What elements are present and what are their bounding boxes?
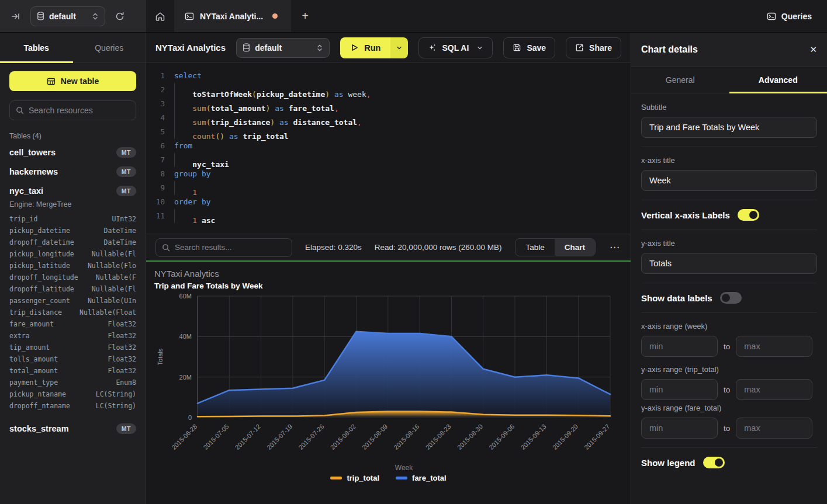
chart-title: NYTaxi Analytics: [154, 269, 622, 279]
sidebar-search[interactable]: [9, 100, 136, 120]
divider: [641, 447, 817, 448]
subtitle-label: Subtitle: [641, 103, 817, 112]
new-tab-button[interactable]: +: [291, 0, 319, 32]
line-number: 3: [146, 97, 174, 111]
legend-item-trip_total[interactable]: trip_total: [330, 474, 379, 482]
tab-advanced[interactable]: Advanced: [729, 67, 827, 93]
query-database-value: default: [255, 43, 312, 53]
column-item: dropoff_ntanameLC(String): [9, 400, 136, 412]
sql-ai-button[interactable]: SQL AI: [418, 37, 493, 58]
share-button[interactable]: Share: [566, 37, 621, 58]
tab-nytaxi-analytics[interactable]: NYTaxi Analyti...: [174, 0, 291, 32]
results-search-input[interactable]: [175, 243, 286, 252]
yaxis-range-fare-max-input[interactable]: [736, 418, 812, 439]
engine-badge: MT: [116, 166, 136, 177]
run-button[interactable]: Run: [340, 37, 390, 58]
divider: [641, 312, 817, 313]
column-name: pickup_latitude: [9, 260, 70, 272]
database-icon: [243, 43, 250, 52]
more-options-icon[interactable]: ⋯: [608, 241, 621, 253]
column-name: dropoff_longitude: [9, 272, 78, 283]
chevron-updown-icon: [92, 12, 99, 20]
code-text: count() as trip_total: [174, 125, 289, 139]
indent-guide: [174, 111, 192, 125]
indent-guide: [174, 209, 192, 223]
view-toggle-table[interactable]: Table: [515, 239, 554, 256]
view-toggle-chart[interactable]: Chart: [555, 239, 595, 256]
sidebar-search-input[interactable]: [29, 106, 130, 115]
xaxis-range-max-input[interactable]: [736, 336, 812, 357]
show-data-labels-toggle[interactable]: [720, 292, 742, 304]
table-item-hackernews[interactable]: hackernewsMT: [9, 162, 136, 181]
save-label: Save: [527, 43, 546, 53]
column-list: trip_idUInt32pickup_datetimeDateTimedrop…: [9, 213, 136, 412]
column-name: total_amount: [9, 365, 58, 377]
tab-general[interactable]: General: [631, 67, 729, 93]
query-header: NYTaxi Analytics default Run: [146, 33, 631, 63]
results-search[interactable]: [155, 238, 292, 257]
table-item-nyc_taxi[interactable]: nyc_taxiMT: [9, 181, 136, 200]
yaxis-title-input[interactable]: [641, 253, 817, 274]
sidebar: Tables Queries New table Tables (4): [0, 33, 146, 504]
engine-badge: MT: [116, 423, 136, 434]
column-type: Nullable(Fl: [92, 248, 136, 260]
database-selector[interactable]: default: [30, 6, 105, 26]
code-line: 10order by: [146, 195, 631, 209]
new-table-button[interactable]: New table: [9, 71, 136, 91]
line-number: 4: [146, 111, 174, 125]
xaxis-range-min-input[interactable]: [641, 336, 718, 357]
yaxis-range-trip-min-input[interactable]: [641, 379, 718, 400]
line-number: 11: [146, 209, 174, 223]
yaxis-range-trip-max-input[interactable]: [736, 379, 812, 400]
table-item-cell_towers[interactable]: cell_towersMT: [9, 142, 136, 162]
indent-guide: [174, 125, 192, 139]
table-engine-label: Engine: MergeTree: [9, 200, 136, 208]
legend-item-fare_total[interactable]: fare_total: [396, 474, 447, 482]
home-icon[interactable]: [146, 0, 174, 32]
legend-label: trip_total: [347, 474, 379, 482]
chart-panel: NYTaxi Analytics Trip and Fare Totals by…: [146, 262, 631, 504]
column-item: pickup_longitudeNullable(Fl: [9, 248, 136, 260]
code-line: 111 asc: [146, 209, 631, 223]
queries-button[interactable]: Queries: [752, 0, 827, 32]
divider: [641, 283, 817, 283]
run-button-label: Run: [364, 43, 380, 53]
svg-text:Totals: Totals: [157, 348, 164, 365]
table-item-stocks_stream[interactable]: stocks_streamMT: [9, 419, 136, 438]
sql-editor[interactable]: 1select2toStartOfWeek(pickup_datetime) a…: [146, 63, 631, 234]
indent-guide: [174, 181, 192, 195]
yaxis-range-fare-min-input[interactable]: [641, 418, 718, 439]
tables-section-label: Tables (4): [9, 132, 136, 140]
sidebar-tab-queries[interactable]: Queries: [73, 33, 146, 62]
query-database-selector[interactable]: default: [236, 38, 330, 58]
show-data-labels-label: Show data labels: [641, 293, 712, 303]
vertical-xaxis-labels-toggle[interactable]: [738, 209, 759, 221]
column-item: extraFloat32: [9, 330, 136, 342]
table-name: cell_towers: [9, 148, 56, 157]
run-options-button[interactable]: [390, 37, 408, 58]
sidebar-tab-tables[interactable]: Tables: [0, 33, 73, 62]
code-text: order by: [174, 195, 211, 209]
chevron-down-icon: [476, 44, 483, 51]
line-number: 9: [146, 181, 174, 195]
save-button[interactable]: Save: [503, 37, 555, 58]
column-name: pickup_longitude: [9, 248, 74, 260]
svg-text:2015-07-19: 2015-07-19: [265, 423, 293, 451]
close-icon[interactable]: ✕: [809, 44, 817, 55]
column-type: Nullable(F: [96, 272, 136, 283]
view-toggle: Table Chart: [515, 238, 596, 256]
query-title: NYTaxi Analytics: [155, 43, 226, 53]
sidebar-content: New table Tables (4) cell_towersMThacker…: [0, 63, 146, 504]
column-item: pickup_datetimeDateTime: [9, 225, 136, 237]
elapsed-time: Elapsed: 0.320s: [305, 243, 362, 252]
refresh-icon[interactable]: [111, 8, 129, 25]
xaxis-title-input[interactable]: [641, 170, 817, 191]
top-bar: default NYTaxi Analyti... +: [0, 0, 827, 33]
collapse-sidebar-icon[interactable]: [7, 8, 25, 25]
divider: [641, 230, 817, 230]
show-legend-toggle[interactable]: [703, 457, 725, 468]
table-grid-icon: [47, 77, 56, 86]
column-type: Nullable(UIn: [88, 295, 136, 307]
indent-guide: [174, 97, 192, 111]
subtitle-input[interactable]: [641, 117, 817, 138]
